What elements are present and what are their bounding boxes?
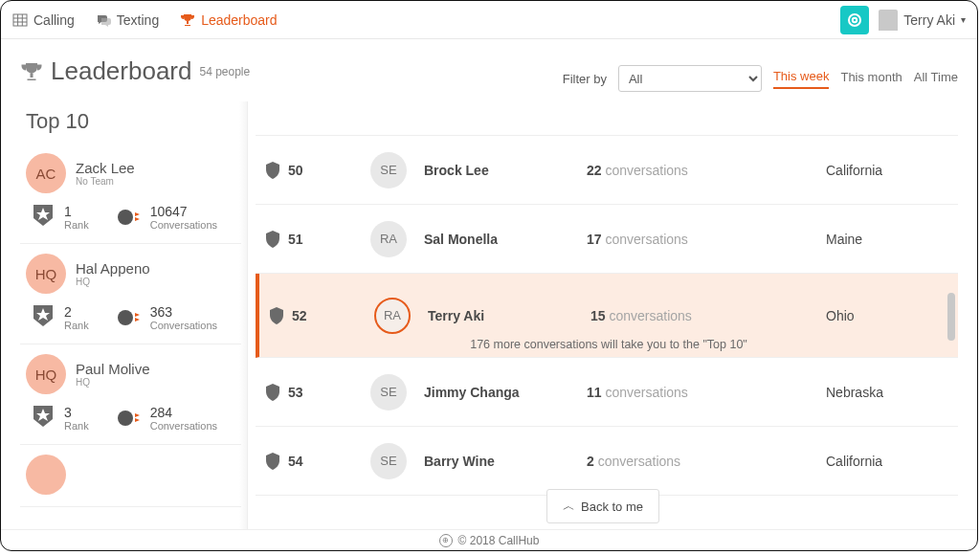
avatar: HQ	[26, 354, 66, 394]
rank-cell: 53	[265, 384, 370, 401]
timefilter-month[interactable]: This month	[840, 70, 902, 88]
globe-icon: ⊕	[439, 534, 453, 547]
row-name: Terry Aki	[428, 308, 590, 323]
top10-team: HQ	[76, 377, 150, 388]
content: Leaderboard 54 people Filter by All This…	[1, 39, 977, 529]
svg-rect-0	[13, 14, 27, 26]
shield-icon	[269, 307, 284, 324]
row-location: Ohio	[826, 308, 941, 323]
rank-cell: 52	[269, 307, 374, 324]
row-conversations: 2 conversations	[587, 454, 826, 469]
shield-icon	[265, 453, 280, 470]
topbar-right: Terry Aki ▾	[840, 6, 966, 34]
top10-team: HQ	[76, 277, 150, 287]
footer: ⊕ © 2018 CallHub	[1, 529, 977, 550]
help-button[interactable]	[840, 6, 869, 34]
filter-area: Filter by All This week This month All T…	[563, 65, 958, 92]
top10-name: Paul Molive	[76, 361, 150, 377]
row-name: Barry Wine	[424, 454, 587, 469]
top10-name: Zack Lee	[76, 160, 135, 176]
user-name: Terry Aki	[903, 12, 955, 28]
leaderboard-list: 50 SE Brock Lee 22 conversations Califor…	[248, 101, 958, 529]
row-tip: 176 more conversations will take you to …	[259, 338, 958, 351]
rank-cell: 54	[265, 453, 370, 470]
back-to-me-button[interactable]: ︿ Back to me	[546, 489, 659, 523]
grid-icon	[12, 12, 28, 28]
avatar	[26, 455, 66, 495]
conversation-icon	[116, 306, 143, 329]
nav-leaderboard-label: Leaderboard	[201, 12, 277, 28]
svg-point-5	[849, 14, 860, 26]
nav-texting-label: Texting	[117, 12, 159, 28]
row-name: Brock Lee	[424, 163, 587, 178]
lifesaver-icon	[847, 12, 862, 28]
conversation-icon	[116, 407, 143, 430]
avatar: SE	[370, 152, 407, 189]
list-row-peek	[256, 101, 958, 136]
row-location: California	[826, 454, 941, 469]
page-title: Leaderboard	[51, 56, 191, 86]
page-title-group: Leaderboard 54 people	[20, 56, 250, 86]
top10-card[interactable]: HQ Hal Appeno HQ 2Rank 363Conversations	[20, 244, 241, 344]
svg-point-10	[118, 310, 133, 325]
top10-card[interactable]: AC Zack Lee No Team 1Rank 10647Conversat…	[20, 144, 241, 244]
trophy-icon	[20, 60, 43, 83]
list-row[interactable]: 52 RA Terry Aki 15 conversations Ohio 17…	[256, 274, 958, 358]
header-row: Leaderboard 54 people Filter by All This…	[20, 56, 958, 92]
avatar: RA	[370, 221, 407, 257]
row-conversations: 11 conversations	[587, 385, 826, 400]
main-panels: Top 10 AC Zack Lee No Team 1Rank 10647Co…	[20, 101, 958, 529]
user-menu[interactable]: Terry Aki ▾	[879, 10, 966, 31]
top10-card[interactable]: HQ Paul Molive HQ 3Rank 284Conversations	[20, 344, 241, 445]
scrollbar-thumb[interactable]	[947, 293, 955, 341]
list-row[interactable]: 51 RA Sal Monella 17 conversations Maine	[256, 205, 958, 274]
row-name: Sal Monella	[424, 232, 587, 247]
trophy-icon	[180, 12, 195, 28]
chat-icon	[96, 12, 111, 28]
filter-label: Filter by	[563, 72, 607, 86]
row-conversations: 15 conversations	[590, 308, 826, 323]
rank-badge-icon	[30, 303, 56, 332]
topbar: Calling Texting Leaderboard Terry	[1, 1, 977, 39]
rank-badge-icon	[30, 404, 56, 433]
list-row[interactable]: 53 SE Jimmy Changa 11 conversations Nebr…	[256, 358, 958, 427]
row-conversations: 17 conversations	[587, 232, 826, 247]
nav-calling[interactable]: Calling	[12, 12, 75, 28]
top10-card[interactable]	[20, 445, 241, 507]
svg-point-8	[118, 210, 133, 225]
filter-select[interactable]: All	[618, 65, 762, 92]
avatar: RA	[374, 298, 411, 334]
top10-sidebar: Top 10 AC Zack Lee No Team 1Rank 10647Co…	[20, 101, 248, 529]
chevron-down-icon: ▾	[961, 14, 966, 25]
people-count: 54 people	[199, 65, 250, 78]
back-label: Back to me	[581, 500, 643, 514]
list-row[interactable]: 50 SE Brock Lee 22 conversations Califor…	[256, 136, 958, 205]
chevron-up-icon: ︿	[563, 498, 575, 515]
rank-badge-icon	[30, 203, 56, 232]
shield-icon	[265, 384, 280, 401]
shield-icon	[265, 231, 280, 248]
rank-cell: 50	[265, 162, 370, 179]
nav-leaderboard[interactable]: Leaderboard	[180, 12, 277, 28]
conversation-icon	[116, 206, 143, 229]
shield-icon	[265, 162, 280, 179]
timefilter-week[interactable]: This week	[773, 69, 830, 89]
row-location: California	[826, 163, 941, 178]
avatar-icon	[879, 10, 898, 31]
avatar: HQ	[26, 254, 66, 294]
top10-title: Top 10	[26, 109, 241, 134]
timefilter-all[interactable]: All Time	[914, 70, 958, 88]
svg-point-12	[118, 411, 133, 426]
top10-name: Hal Appeno	[76, 260, 150, 277]
svg-point-6	[853, 17, 857, 21]
row-conversations: 22 conversations	[587, 163, 826, 178]
top10-team: No Team	[76, 176, 135, 187]
avatar: AC	[26, 153, 66, 193]
row-location: Nebraska	[826, 385, 941, 400]
avatar: SE	[370, 374, 407, 411]
nav-calling-label: Calling	[33, 12, 75, 28]
list-row[interactable]: 54 SE Barry Wine 2 conversations Califor…	[256, 427, 958, 496]
footer-text: © 2018 CallHub	[458, 534, 540, 547]
nav-texting[interactable]: Texting	[96, 12, 159, 28]
avatar: SE	[370, 443, 407, 479]
